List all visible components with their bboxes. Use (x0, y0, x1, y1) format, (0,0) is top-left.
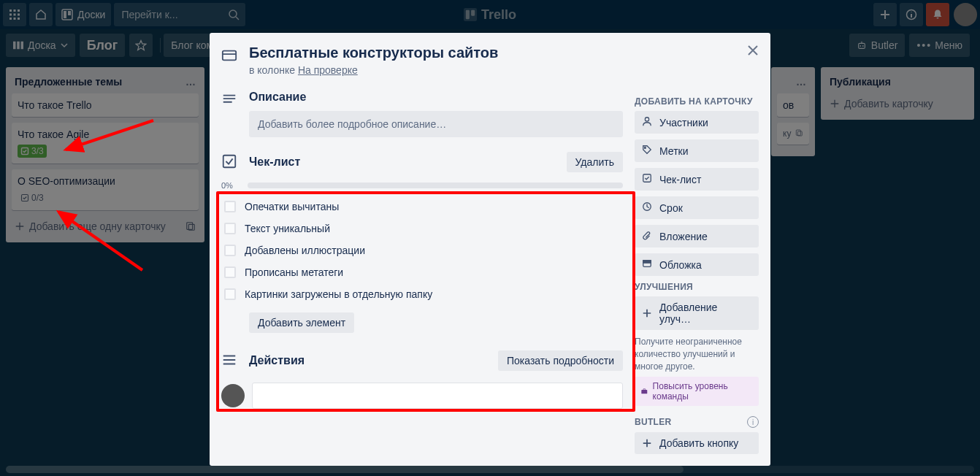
progress-bar (248, 183, 623, 188)
checklist-item[interactable]: Картинки загружены в отдельную папку (221, 283, 623, 305)
sidebar-due-date-button[interactable]: Срок (635, 196, 759, 219)
plus-icon (642, 438, 652, 448)
sidebar-add-title: ДОБАВИТЬ НА КАРТОЧКУ (635, 96, 759, 107)
svg-rect-30 (223, 156, 236, 168)
checklist-item-text: Прописаны метатеги (245, 266, 343, 278)
sidebar-upgrades-title: УЛУЧШЕНИЯ (635, 282, 759, 292)
labels-icon (642, 145, 652, 157)
user-avatar (221, 384, 245, 407)
sidebar-checklist-button[interactable]: Чек-лист (635, 168, 759, 191)
sidebar-item-label: Участники (659, 117, 708, 128)
close-button[interactable] (746, 43, 760, 61)
checklist-icon (221, 153, 237, 169)
checklist-item-text: Опечатки вычитаны (245, 201, 339, 212)
checkbox[interactable] (224, 223, 236, 234)
sidebar-butler-title: BUTLER (635, 417, 671, 427)
modal-sidebar: ДОБАВИТЬ НА КАРТОЧКУ УчастникиМеткиЧек-л… (635, 91, 759, 460)
description-icon (221, 92, 237, 108)
briefcase-icon (640, 387, 648, 396)
description-input[interactable]: Добавить более подробное описание… (249, 111, 623, 137)
close-icon (746, 43, 760, 58)
sidebar-members-button[interactable]: Участники (635, 111, 759, 134)
checklist-title[interactable]: Чек-лист (249, 156, 300, 169)
butler-add-label: Добавить кнопку (659, 437, 738, 449)
checklist-item[interactable]: Опечатки вычитаны (221, 196, 623, 218)
checklist-item-text: Картинки загружены в отдельную папку (245, 288, 432, 300)
svg-rect-29 (223, 51, 236, 61)
sidebar-item-label: Чек-лист (659, 174, 701, 185)
upsell-label: Повысить уровень команды (653, 381, 753, 402)
sidebar-attachment-button[interactable]: Вложение (635, 225, 759, 247)
in-column-prefix: в колонке (249, 64, 298, 76)
column-link[interactable]: На проверке (298, 64, 358, 76)
checklist-section: Чек-лист Удалить (221, 152, 623, 172)
sidebar-cover-button[interactable]: Обложка (635, 253, 759, 276)
activity-title: Действия (249, 354, 305, 367)
due-date-icon (642, 201, 652, 214)
add-checklist-item-button[interactable]: Добавить элемент (249, 312, 354, 333)
sidebar-labels-button[interactable]: Метки (635, 139, 759, 162)
activity-icon (221, 352, 237, 368)
svg-rect-36 (643, 261, 651, 264)
members-icon (642, 116, 652, 128)
card-icon (221, 47, 237, 64)
checklist-item-text: Текст уникальный (245, 223, 330, 234)
checklist-icon (642, 173, 652, 185)
butler-info-button[interactable]: i (747, 416, 759, 428)
attachment-icon (642, 230, 652, 242)
card-subtitle: в колонке На проверке (249, 64, 498, 76)
checkbox[interactable] (224, 245, 236, 256)
plus-icon (642, 308, 652, 318)
cover-icon (642, 258, 652, 271)
svg-rect-37 (641, 390, 647, 394)
sidebar-item-label: Срок (659, 202, 683, 214)
description-title: Описание (249, 91, 623, 104)
checklist-item[interactable]: Текст уникальный (221, 218, 623, 239)
progress-percent: 0% (221, 181, 240, 190)
sidebar-item-label: Метки (659, 145, 689, 157)
checklist-item[interactable]: Добавлены иллюстрации (221, 239, 623, 261)
activity-section: Действия Показать подробности (221, 350, 623, 371)
checkbox[interactable] (224, 266, 236, 278)
upsell-button[interactable]: Повысить уровень команды (635, 377, 759, 406)
show-details-button[interactable]: Показать подробности (498, 350, 623, 371)
card-title[interactable]: Бесплатные конструкторы сайтов (249, 45, 498, 61)
svg-point-32 (645, 147, 646, 149)
upsell-text: Получите неограниченное количество улучш… (635, 336, 759, 372)
modal-main: Описание Добавить более подробное описан… (221, 91, 623, 460)
sidebar-butler-add[interactable]: Добавить кнопку (635, 432, 759, 454)
sidebar-item-label: Вложение (659, 231, 708, 242)
sidebar-add-powerup[interactable]: Добавление улуч… (635, 296, 759, 330)
checkbox[interactable] (224, 201, 236, 212)
sidebar-item-label: Обложка (659, 259, 702, 271)
powerup-label: Добавление улуч… (659, 302, 751, 325)
description-section: Описание Добавить более подробное описан… (221, 91, 623, 137)
checklist-item-text: Добавлены иллюстрации (245, 245, 365, 256)
checklist-item[interactable]: Прописаны метатеги (221, 261, 623, 283)
checklist-progress: 0% (221, 181, 623, 190)
card-modal: Бесплатные конструкторы сайтов в колонке… (210, 33, 770, 466)
checkbox[interactable] (224, 288, 236, 300)
svg-point-31 (645, 118, 648, 121)
delete-checklist-button[interactable]: Удалить (567, 152, 623, 172)
